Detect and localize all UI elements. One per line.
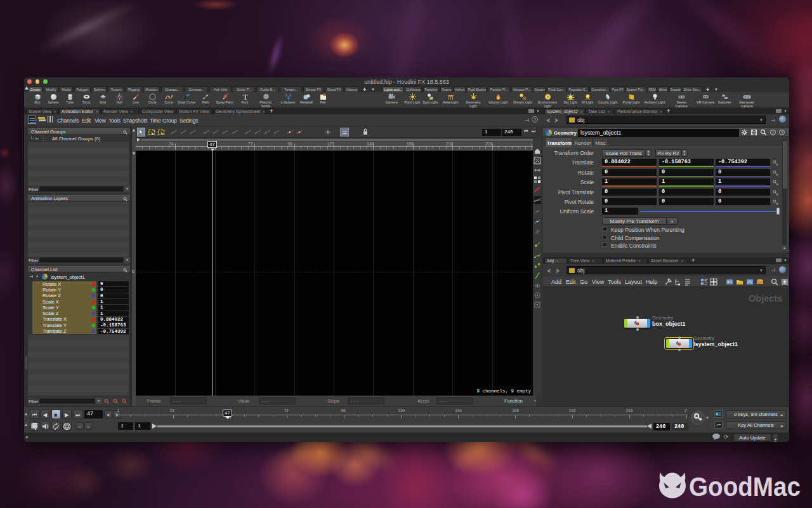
svg-text:GoodMac: GoodMac [689, 472, 801, 502]
svg-text:T: T [242, 93, 247, 101]
